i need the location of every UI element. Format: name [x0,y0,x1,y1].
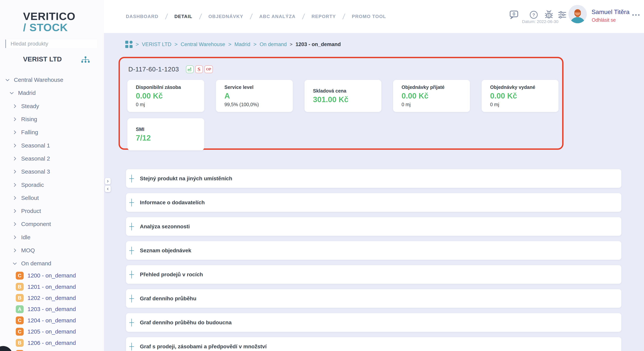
panel-expand-button[interactable] [105,178,111,184]
main-nav: DASHBOARD / DETAIL / OBJEDNÁVKY / ABC AN… [126,0,386,33]
panel-collapse-button[interactable] [105,186,111,192]
factory-badge-icon[interactable] [186,65,194,73]
breadcrumb-link-company[interactable]: VERIST LTD [142,41,171,47]
product-item-label: 1203 - on_demand [28,306,76,313]
s-flag-badge[interactable]: S [195,65,203,73]
tree-item-label: Central Warehouse [14,77,63,83]
section-label: Analýza sezonnosti [140,224,190,230]
product-item-1203[interactable]: A 1203 - on_demand [0,304,104,315]
tree-item-component[interactable]: Component [0,218,104,231]
kpi-sub: 0 mj [136,102,204,107]
user-name[interactable]: Samuel Titěra [592,8,630,15]
chevron-right-icon [12,248,18,253]
kpi-row: Disponibilní zásoba 0.00 Kč 0 mj Service… [128,80,558,112]
nav-divider: / [342,12,346,21]
help-icon[interactable]: ? [529,10,538,20]
section-prehled-prodeju[interactable]: Přehled prodejů v rocích [126,265,621,284]
logout-link[interactable]: Odhlásit se [592,17,616,23]
op-flag-badge[interactable]: OP [204,65,213,73]
nav-detail[interactable]: DETAIL [174,14,192,19]
tree-item-sporadic[interactable]: Sporadic [0,178,104,191]
nav-abc-analyza[interactable]: ABC ANALÝZA [259,14,296,19]
tree-item-seasonal-3[interactable]: Seasonal 3 [0,165,104,178]
notifications-icon[interactable]: 0 [508,9,519,21]
filter-settings-icon[interactable] [557,10,567,20]
nav-dashboard[interactable]: DASHBOARD [126,14,158,19]
plus-icon [129,294,134,303]
section-informace-o-dodavatelich[interactable]: Informace o dodavatelích [126,193,621,212]
section-label: Graf s prodeji, zásobami a předpovědí v … [140,344,267,350]
sidebar: VERITICO / STOCK VERIST LTD Central Ware… [0,0,104,351]
breadcrumb-link-category[interactable]: On demand [260,41,287,47]
grid-icon[interactable] [125,41,132,48]
chevron-right-icon [12,195,18,201]
product-item-1200[interactable]: C 1200 - on_demand [0,270,104,281]
product-item-1206[interactable]: B 1206 - on_demand [0,337,104,348]
section-stejny-produkt[interactable]: Stejný produkt na jiných umístěních [126,169,621,188]
breadcrumb-separator: > [136,41,139,47]
product-item-1207[interactable]: C 1207 - on_demand [0,349,104,351]
section-graf-do-budoucna[interactable]: Graf denního průběhu do budoucna [126,313,621,332]
section-label: Přehled prodejů v rocích [140,272,203,278]
breadcrumb-link-warehouse[interactable]: Central Warehouse [180,41,225,47]
kpi-label: Service level [224,84,293,90]
user-avatar[interactable] [568,5,587,23]
tree-item-falling[interactable]: Falling [0,126,104,139]
chevron-right-icon [12,169,18,175]
tree-item-product[interactable]: Product [0,205,104,218]
tree-item-central-warehouse[interactable]: Central Warehouse [0,73,104,86]
tree-item-on-demand[interactable]: On demand [0,257,104,270]
current-date-label: Datum: 2022-06-30 [522,19,558,24]
kpi-objednavky-prijate: Objednávky přijaté 0.00 Kč 0 mj [393,80,470,112]
breadcrumb-separator: > [228,41,231,47]
section-analyza-sezonnosti[interactable]: Analýza sezonnosti [126,217,621,236]
tree-item-rising[interactable]: Rising [0,113,104,126]
kpi-label: Skladová cena [313,88,381,94]
kpi-value: 0.00 Kč [136,92,204,100]
tree-item-sellout[interactable]: Sellout [0,191,104,205]
tree-item-madrid[interactable]: Madrid [0,86,104,99]
chevron-down-icon [4,77,10,83]
section-label: Seznam objednávek [140,248,191,254]
tree-item-label: Product [21,208,41,214]
notification-count: 0 [512,11,515,16]
kpi-value: A [224,92,293,100]
section-graf-s-prodeji[interactable]: Graf s prodeji, zásobami a předpovědí v … [126,337,621,351]
breadcrumb-link-city[interactable]: Madrid [234,41,250,47]
tree-item-idle[interactable]: Idle [0,231,104,244]
product-item-1204[interactable]: C 1204 - on_demand [0,315,104,326]
tree-item-moq[interactable]: MOQ [0,244,104,257]
tree-item-label: Rising [21,116,37,122]
nav-divider: / [302,12,305,21]
section-seznam-objednavek[interactable]: Seznam objednávek [126,241,621,260]
tree-item-label: Seasonal 2 [21,155,50,162]
more-menu-icon[interactable] [632,14,640,16]
kpi-sub: 99,5% (100,0%) [224,102,293,107]
nav-objednavky[interactable]: OBJEDNÁVKY [208,14,244,19]
tree-item-seasonal-1[interactable]: Seasonal 1 [0,139,104,152]
product-summary-panel: D-117-60-1-1203 S OP Disponibilní zásoba… [118,57,564,150]
nav-reporty[interactable]: REPORTY [312,14,336,19]
product-item-1202[interactable]: B 1202 - on_demand [0,293,104,304]
kpi-label: Objednávky přijaté [402,84,470,90]
product-item-label: 1202 - on_demand [28,295,76,301]
org-hierarchy-icon[interactable] [80,56,91,64]
section-label: Graf denního průběhu [140,296,196,302]
bug-icon[interactable] [544,9,554,21]
kpi-value: 301.00 Kč [313,95,381,104]
product-item-1205[interactable]: C 1205 - on_demand [0,326,104,337]
tree-item-steady[interactable]: Steady [0,100,104,113]
section-graf-denniho-prubehu[interactable]: Graf denního průběhu [126,289,621,308]
tree-item-seasonal-2[interactable]: Seasonal 2 [0,152,104,165]
chevron-right-icon [12,116,18,122]
search-input[interactable] [6,39,97,48]
nav-promo-tool[interactable]: PROMO TOOL [352,14,386,19]
tree-item-label: Sporadic [21,182,44,188]
kpi-label: Disponibilní zásoba [136,84,204,90]
product-item-1201[interactable]: B 1201 - on_demand [0,281,104,292]
kpi-sub: 0 mj [402,102,470,107]
abc-grade-badge: C [16,350,24,351]
plus-icon [129,174,134,183]
chevron-right-icon [12,182,18,188]
plus-icon [129,270,134,279]
